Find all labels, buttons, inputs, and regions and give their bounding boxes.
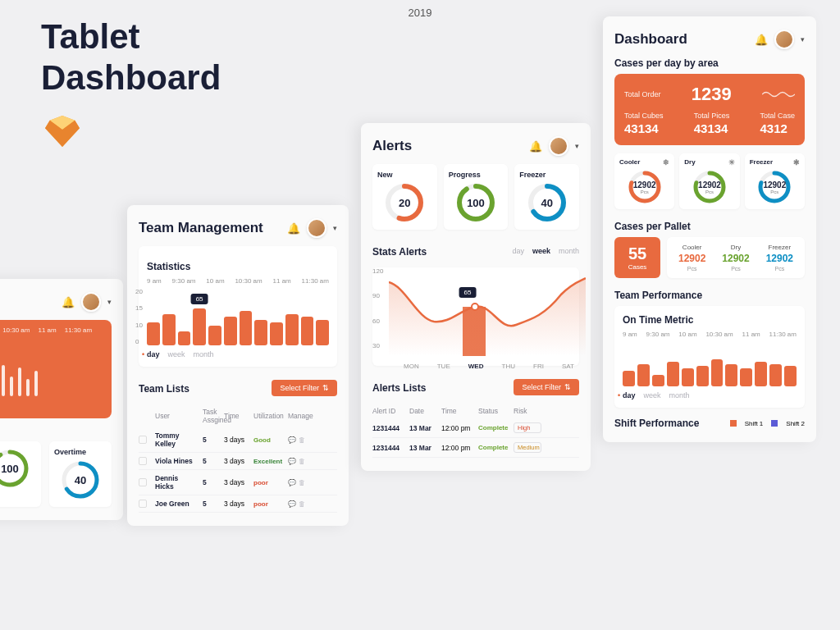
range-tab[interactable]: month <box>194 350 214 358</box>
stat-bar <box>178 331 191 346</box>
hero-title: TabletDashboard <box>41 16 221 99</box>
avatar[interactable] <box>81 292 101 312</box>
stat-bar <box>301 317 314 345</box>
trash-icon[interactable]: 🗑 <box>299 500 305 508</box>
stats-line-chart <box>389 274 586 356</box>
trash-icon[interactable]: 🗑 <box>299 479 305 486</box>
trash-icon[interactable]: 🗑 <box>299 436 305 444</box>
page-title: Alerts <box>372 138 412 154</box>
checkbox[interactable] <box>139 457 147 465</box>
chat-icon[interactable]: 💬 <box>288 436 296 444</box>
product-icon: ✱ <box>793 158 800 167</box>
table-row[interactable]: Joe Green53 dayspoor💬🗑 <box>139 495 337 513</box>
product-card: Dry☀12902Pcs <box>679 153 739 209</box>
section-title: Stats Alerts <box>372 246 427 258</box>
metric-bar <box>667 362 679 386</box>
chevron-down-icon[interactable]: ▾ <box>333 224 337 232</box>
chevron-down-icon[interactable]: ▾ <box>107 298 112 306</box>
filter-icon: ⇅ <box>564 383 571 391</box>
bell-icon[interactable]: 🔔 <box>287 222 300 235</box>
metric-bar <box>637 364 650 387</box>
product-card: Cooler❄12902Pcs <box>614 153 674 209</box>
total-order-value: 1239 <box>692 84 732 105</box>
range-tab[interactable]: day <box>147 350 160 358</box>
cases-count-card: 55 Cases <box>614 237 660 278</box>
metric-bar <box>725 364 737 387</box>
bell-icon[interactable]: 🔔 <box>529 140 542 153</box>
table-row[interactable]: Tommy Kelley53 daysGood💬🗑 <box>139 427 337 453</box>
chevron-down-icon[interactable]: ▾ <box>575 142 579 150</box>
checkbox[interactable] <box>139 500 147 508</box>
bell-icon[interactable]: 🔔 <box>62 296 75 308</box>
metric-bar <box>755 362 767 386</box>
range-tab[interactable]: week <box>644 391 661 399</box>
total-order-card: Total Order 1239 Total Cubes43134Total P… <box>614 74 805 145</box>
stat-bar <box>162 314 176 346</box>
alerts-panel: Alerts 🔔 ▾ New20Progress100Freezer40 Sta… <box>361 123 591 471</box>
stat-bar <box>270 322 283 345</box>
page-title: Dashboard <box>614 31 687 48</box>
stat-bar: 65 <box>193 308 206 346</box>
chat-icon[interactable]: 💬 <box>288 500 296 508</box>
range-tab[interactable]: week <box>168 350 185 358</box>
product-icon: ☀ <box>728 158 735 167</box>
table-row[interactable]: Dennis Hicks53 dayspoor💬🗑 <box>139 470 337 495</box>
sketch-icon <box>45 115 80 151</box>
metric-bar <box>696 366 709 386</box>
metric-bar <box>784 366 797 386</box>
stat-bar <box>254 320 267 346</box>
bell-icon[interactable]: 🔔 <box>755 34 768 46</box>
avatar[interactable] <box>774 30 794 49</box>
metric-bar <box>769 364 782 387</box>
shift-legend: Shift 1 Shift 2 <box>730 420 805 427</box>
range-tab[interactable]: week <box>532 247 550 255</box>
stat-bar <box>224 317 237 345</box>
card-title: On Time Metric <box>623 314 797 326</box>
table-row[interactable]: Viola Hines53 daysExcellent💬🗑 <box>139 453 337 470</box>
select-filter-button[interactable]: Select Filter ⇅ <box>272 380 337 396</box>
gauge-card: New20 <box>372 164 437 230</box>
avatar[interactable] <box>307 218 326 238</box>
table-row[interactable]: 123144413 Mar12:00 pmCompleteMedium <box>372 438 579 458</box>
page-title: Team Management <box>139 220 263 236</box>
checkbox[interactable] <box>139 478 147 486</box>
product-icon: ❄ <box>663 158 669 167</box>
range-tab[interactable]: eek <box>0 422 112 430</box>
cropped-panel: ard 🔔 ▾ am10:30 am11 am11:30 am eek 100 … <box>0 279 123 520</box>
gauge-card: Overtime 40 <box>49 441 112 507</box>
metric-bar <box>682 368 694 386</box>
chat-icon[interactable]: 💬 <box>288 479 296 486</box>
stat-bar <box>316 320 329 346</box>
product-card: Freezer✱12902Pcs <box>745 153 805 209</box>
section-title: Cases per day by area <box>614 57 805 69</box>
chat-icon[interactable]: 💬 <box>288 458 296 465</box>
team-panel: Team Management 🔔 ▾ Statistics 9 am9:30 … <box>127 205 349 526</box>
metric-bar <box>623 371 635 386</box>
section-title: Team Lists <box>139 383 189 395</box>
filter-icon: ⇅ <box>322 384 329 392</box>
stat-bar <box>208 326 221 346</box>
range-tab[interactable]: day <box>512 247 524 255</box>
gauge-card: Progress100 <box>444 164 509 230</box>
avatar[interactable] <box>549 136 568 156</box>
trash-icon[interactable]: 🗑 <box>299 458 305 465</box>
section-title: Shift Performance <box>614 418 699 429</box>
dashboard-panel: Dashboard 🔔 ▾ Cases per day by area Tota… <box>603 16 816 442</box>
metric-bar <box>740 368 752 386</box>
chevron-down-icon[interactable]: ▾ <box>801 35 805 43</box>
checkbox[interactable] <box>139 436 147 444</box>
select-filter-button[interactable]: Select Filter ⇅ <box>514 379 579 395</box>
range-tab[interactable]: month <box>559 247 579 255</box>
year-label: 2019 <box>409 7 432 19</box>
section-title: Cases per Pallet <box>614 221 805 232</box>
chart-tooltip: 65 <box>459 287 477 298</box>
section-title: Team Performance <box>614 290 805 301</box>
range-tab[interactable]: month <box>669 391 690 399</box>
sparkline-icon <box>762 89 795 100</box>
table-row[interactable]: 123144413 Mar12:00 pmCompleteHigh <box>372 418 579 438</box>
stat-bar <box>240 311 253 345</box>
metric-bar <box>711 359 724 386</box>
range-tab[interactable]: day <box>623 391 636 399</box>
chart-tooltip: 65 <box>191 294 208 304</box>
gauge-card: 100 <box>0 441 41 507</box>
